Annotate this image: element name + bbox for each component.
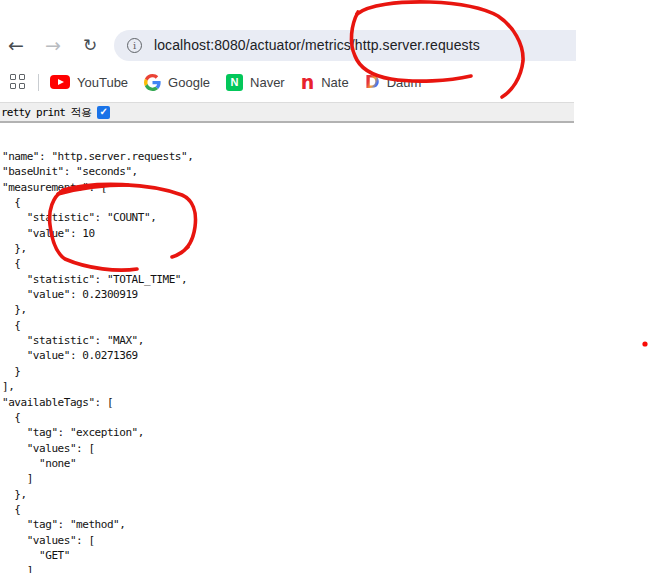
pretty-print-label: retty print 적용 — [1, 105, 91, 120]
bookmark-label: YouTube — [77, 75, 128, 90]
bookmark-google[interactable]: Google — [144, 74, 210, 91]
bookmark-naver[interactable]: N Naver — [226, 74, 285, 91]
bookmark-youtube[interactable]: YouTube — [50, 75, 128, 90]
naver-icon: N — [226, 74, 243, 91]
browser-window: ← → ↻ i localhost:8080/actuator/metrics/… — [0, 0, 651, 573]
bookmark-nate[interactable]: n Nate — [301, 75, 349, 90]
google-icon — [144, 74, 161, 91]
play-icon — [58, 79, 64, 85]
apps-grid-square — [10, 83, 16, 89]
url-text: localhost:8080/actuator/metrics/http.ser… — [154, 37, 480, 53]
apps-grid-square — [10, 74, 16, 80]
daum-icon: D — [365, 74, 380, 90]
json-response-text: "name": "http.server.requests", "baseUni… — [0, 123, 193, 573]
reload-button[interactable]: ↻ — [77, 32, 103, 58]
nate-icon: n — [301, 75, 315, 89]
forward-button[interactable]: → — [40, 32, 66, 58]
pretty-print-bar: retty print 적용 ✓ — [0, 102, 574, 123]
apps-grid-square — [19, 83, 25, 89]
bookmark-label: Google — [168, 75, 210, 90]
bookmark-label: Daum — [387, 75, 422, 90]
bookmarks-bar: YouTube Google N Naver n Nate D Daum — [0, 66, 651, 98]
back-button[interactable]: ← — [3, 32, 29, 58]
youtube-icon — [50, 75, 70, 89]
browser-toolbar: ← → ↻ i localhost:8080/actuator/metrics/… — [0, 25, 651, 65]
apps-grid-icon[interactable] — [10, 74, 26, 90]
bookmark-label: Naver — [250, 75, 285, 90]
bookmarks-separator — [38, 74, 39, 91]
bookmark-daum[interactable]: D Daum — [365, 74, 422, 90]
pretty-print-checkbox[interactable]: ✓ — [97, 106, 110, 119]
stray-red-dot — [642, 341, 647, 346]
apps-grid-square — [19, 74, 25, 80]
checkmark-icon: ✓ — [100, 107, 108, 117]
info-icon[interactable]: i — [127, 38, 142, 53]
url-bar[interactable]: i localhost:8080/actuator/metrics/http.s… — [114, 30, 576, 61]
bookmark-label: Nate — [321, 75, 348, 90]
